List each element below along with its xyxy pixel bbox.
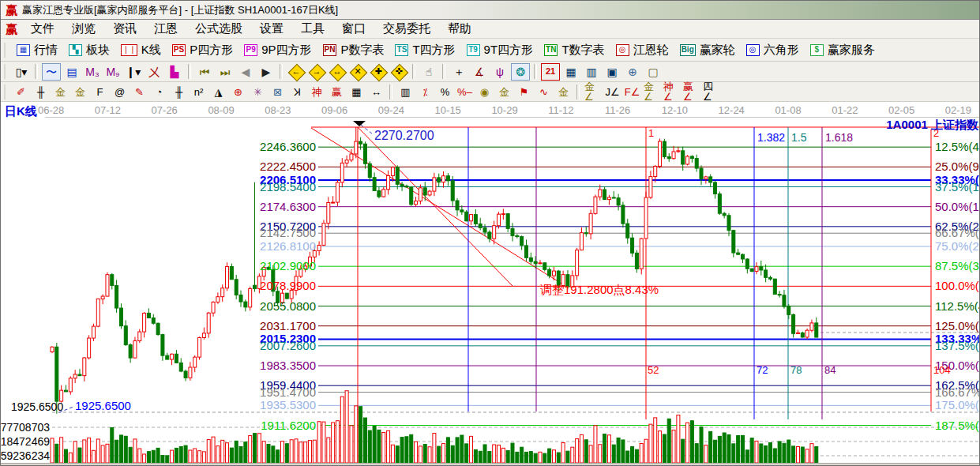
tool-angle-measure-tool[interactable]: ∡ [470,63,489,81]
tool-mirror-tool[interactable]: ◮ [209,84,227,100]
tool-zoom-horizontal-diamond[interactable]: ↔ [328,63,347,81]
tool-wave-3[interactable]: M₃ [83,63,102,81]
tool-hand-tool[interactable]: ☝ [419,63,438,81]
tool-calendar-21[interactable]: 21 [541,63,560,81]
tool-k-mark[interactable]: Ʞ [288,84,306,100]
tool-goto-first[interactable]: ⏮ [195,63,214,81]
menu-item-3[interactable]: 江恩 [145,21,186,37]
tool-gann-clock[interactable]: ◔ [150,84,168,100]
toolbar-separator [442,64,445,79]
tool-gold-fence-2[interactable]: 金 [71,84,89,100]
tool-ying-box[interactable]: 赢 [328,84,346,100]
tool-gold-angle[interactable]: 金∠ [584,84,602,100]
t-number-table-icon: TN [544,44,558,56]
tool-n-square[interactable]: n² [190,84,208,100]
menu-item-5[interactable]: 设置 [251,21,292,37]
tool-pan-right-diamond[interactable]: → [307,63,326,81]
tool-count-table[interactable]: ▥ [396,84,415,100]
toolbar-button-9t-square[interactable]: T99T四方形 [461,41,539,59]
tool-info-document[interactable]: ▤ [62,63,81,81]
tool-shen-angle[interactable]: 神∠ [663,84,681,100]
tool-page-right[interactable]: ▶ [257,63,276,81]
chart-canvas[interactable]: 2246.360012.5%(45)2222.450025.0%(90)2206… [1,119,980,463]
tool-draw-pen[interactable]: ✐ [12,84,30,100]
tool-target-tool[interactable]: ⊕ [229,84,247,100]
menu-item-9[interactable]: 帮助 [439,21,480,37]
tool-pan-left-diamond[interactable]: ← [287,63,306,81]
tool-f-angle[interactable]: F∠ [623,84,641,100]
tool-gold-level-line[interactable]: 金 [495,84,513,100]
toolbar-button-winner-service[interactable]: $赢家服务 [805,41,880,59]
pan-right-diamond-icon: → [313,67,321,76]
toolbar-button-quotes[interactable]: ▦行情 [11,41,63,59]
tool-crosshair-tool[interactable]: ＋ [449,63,468,81]
menu-item-2[interactable]: 资讯 [104,21,145,37]
tool-ruler-grid[interactable]: ▦ [347,84,366,100]
toolbar-button-winner-wheel[interactable]: Big赢家轮 [674,41,741,59]
toolbar-button-t-number-table[interactable]: TNT数字表 [539,41,610,59]
tool-compress-diamond[interactable]: ✕ [348,63,367,81]
svg-text:1: 1 [648,127,654,139]
tool-workstation[interactable]: ▢ [644,63,663,81]
tool-width-arrows[interactable]: ↔ [367,84,385,100]
menu-item-0[interactable]: 文件 [22,21,63,37]
p-number-table-label: P数字表 [340,43,384,58]
tool-gold-circle[interactable]: ◉ [475,84,494,100]
menu-item-1[interactable]: 浏览 [63,21,104,37]
menu-item-8[interactable]: 交易委托 [374,21,439,37]
toolbar-button-p-square[interactable]: PSP四方形 [167,41,238,59]
tool-wave-line[interactable]: ∿ [535,84,553,100]
menu-item-4[interactable]: 公式选股 [186,21,251,37]
tool-f-fence[interactable]: F [91,84,109,100]
tool-brain-tool[interactable]: ❂ [511,63,530,81]
tool-percent-tool[interactable]: % [436,84,454,100]
tool-ying-angle[interactable]: 赢∠ [682,84,700,100]
tool-shen-fence[interactable]: 神 [308,84,326,100]
toolbar-button-hexagon[interactable]: ◎六角形 [741,41,805,59]
tool-notebook[interactable]: ▥ [582,63,601,81]
tool-pattern-tool[interactable]: 〜 [42,63,61,81]
tool-zoom-all-diamond[interactable]: ✜ [389,63,408,81]
tool-save[interactable]: ▣ [603,63,621,81]
toolbar-button-sectors[interactable]: ▚板块 [63,41,115,59]
tool-gold-fence-1[interactable]: 金 [51,84,69,100]
tool-fence-2[interactable]: ╫ [170,84,188,100]
tool-wave-9[interactable]: M₉ [103,63,122,81]
tool-pct-line[interactable]: %– [456,84,474,100]
tool-gold-angle-2[interactable]: 金∠ [643,84,661,100]
tool-goto-last[interactable]: ⏭ [216,63,235,81]
tool-fork-tool[interactable]: ψ [490,63,509,81]
tool-spider-web[interactable]: ✳ [249,84,267,100]
tool-flag-pen[interactable]: ⚑ [515,84,533,100]
tool-page-left[interactable]: ◀ [236,63,255,81]
tool-single-candle-dropdown[interactable]: ❙▾ [124,63,143,81]
toolbar-button-9p-square[interactable]: P99P四方形 [238,41,317,59]
menu-item-7[interactable]: 窗口 [333,21,374,37]
tool-volume-profile[interactable]: ▙ [165,63,184,81]
tool-expand-diamond[interactable]: ✚ [369,63,388,81]
tool-chinese-pattern-box[interactable]: 㐅 [145,63,163,81]
tool-price-fence[interactable]: ╫ [32,84,50,100]
tool-calculator[interactable]: ▦ [561,63,580,81]
tool-candle-style-dropdown[interactable]: ▯▾ [12,63,31,81]
tool-web-share[interactable]: ⊕ [623,63,642,81]
toolbar-button-t-square[interactable]: TST四方形 [389,41,460,59]
date-tick: 11-26 [605,104,630,116]
tool-spiral-tool[interactable]: @ [111,84,129,100]
tool-pct-slash[interactable]: ⁒ [416,84,434,100]
tool-gold-line-2[interactable]: 金 [554,84,573,100]
toolbar-grip [4,85,9,100]
toolbar-button-gann-wheel[interactable]: ◎江恩轮 [610,41,674,59]
toolbar-button-p-number-table[interactable]: PNP数字表 [317,41,390,59]
tool-grid-web[interactable]: ⊠ [268,84,287,100]
title-bar[interactable]: 赢 赢家江恩专业版[赢家内部服务平台] - [上证指数 SH1A0001-167… [1,1,979,20]
menu-item-6[interactable]: 工具 [292,21,333,37]
svg-text:2142.7500: 2142.7500 [260,226,316,239]
tool-j-angle[interactable]: J∠ [603,84,621,100]
toolbar-button-kline[interactable]: ❘❘K线 [115,41,167,59]
gann-wheel-label: 江恩轮 [633,43,669,58]
tool-pen-ruler[interactable]: ✎ [130,84,148,100]
tool-si-angle[interactable]: 四∠ [702,84,720,100]
svg-text:2078.9900: 2078.9900 [260,279,316,292]
date-tick: 06-28 [38,104,64,116]
